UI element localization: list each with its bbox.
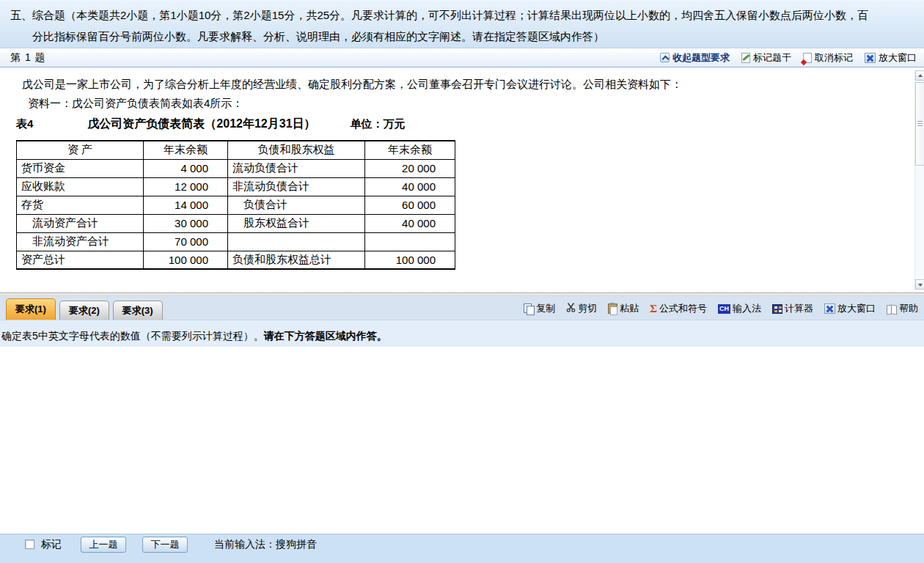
header-balance-1: 年末余额	[144, 141, 228, 159]
formula-symbols-label: 公式和符号	[659, 302, 707, 315]
cell-asset-value: 70 000	[144, 232, 228, 251]
header-assets: 资 产	[17, 141, 144, 159]
collapse-requirements-label: 收起题型要求	[672, 51, 730, 65]
question-bar: 第 1 题 收起题型要求 标记题干 取消标记 放大窗口	[0, 48, 924, 67]
zoom-window-icon	[865, 53, 876, 63]
pencil-icon	[741, 53, 750, 63]
scroll-up-button[interactable]	[915, 70, 924, 81]
paste-button[interactable]: 粘贴	[608, 302, 639, 315]
table-row: 非流动资产合计 70 000	[17, 232, 455, 251]
requirement-text-strip: 确定表5中英文字母代表的数值（不需要列示计算过程）。请在下方答题区域内作答。	[0, 320, 924, 347]
zoom-window-icon	[824, 303, 835, 314]
table-row: 货币资金 4 000 流动负债合计 20 000	[17, 159, 455, 177]
mark-stem-button[interactable]: 标记题干	[741, 51, 791, 65]
question-paragraph-1: 戊公司是一家上市公司，为了综合分析上年度的经营业绩、确定股利分配方案，公司董事会…	[6, 75, 906, 94]
help-label: 帮助	[899, 302, 918, 315]
question-number: 第 1 题	[10, 51, 46, 65]
requirement-text: 确定表5中英文字母代表的数值（不需要列示计算过程）。	[1, 330, 264, 342]
tab-requirement-2[interactable]: 要求(2)	[59, 301, 109, 320]
table-header-row: 资 产 年末余额 负债和股东权益 年末余额	[17, 141, 455, 159]
ch-input-icon: CH	[718, 304, 730, 314]
zoom-window-label: 放大窗口	[837, 302, 876, 315]
cut-button[interactable]: 剪切	[566, 302, 597, 315]
chevron-up-icon	[660, 53, 670, 62]
cancel-mark-icon	[803, 53, 812, 63]
paste-label: 粘贴	[620, 302, 639, 315]
edit-toolbar: 复制 剪切 粘贴 Σ 公式和符号 CH 输入法 计算器	[524, 302, 918, 320]
input-method-button[interactable]: CH 输入法	[718, 302, 761, 315]
cell-liability-name: 非流动负债合计	[228, 177, 365, 196]
zoom-window-button[interactable]: 放大窗口	[824, 302, 876, 315]
footer-bar: 标记 上一题 下一题 当前输入法：搜狗拼音	[0, 534, 924, 563]
cell-liability-name: 负债和股东权益总计	[228, 251, 365, 269]
cell-liability-value	[365, 232, 455, 251]
cell-asset-value: 100 000	[144, 251, 228, 269]
instructions-line2: 分比指标保留百分号前两位小数。凡要求解释、分析、说明理由，必须有相应的文字阐述。…	[10, 30, 920, 44]
cell-asset-value: 4 000	[144, 159, 228, 177]
calculator-button[interactable]: 计算器	[772, 302, 813, 315]
tab-requirement-3[interactable]: 要求(3)	[113, 301, 163, 320]
mark-stem-label: 标记题干	[753, 51, 791, 65]
help-button[interactable]: 帮助	[887, 302, 918, 315]
content-scrollbar[interactable]	[914, 70, 924, 290]
table-row: 存货 14 000 负债合计 60 000	[17, 196, 455, 214]
table-caption-unit: 单位：万元	[351, 117, 406, 131]
cell-asset-name: 流动资产合计	[17, 214, 144, 232]
instructions-line1: 五、综合题（本类题共2小题，第1小题10分，第2小题15分，共25分。凡要求计算…	[10, 9, 920, 23]
cell-liability-name: 流动负债合计	[228, 159, 365, 177]
cut-label: 剪切	[578, 302, 597, 315]
cell-liability-value: 100 000	[365, 251, 455, 269]
requirement-tabs: 要求(1) 要求(2) 要求(3)	[6, 298, 163, 320]
table-caption-title: 戊公司资产负债表简表（2012年12月31日）	[87, 117, 315, 132]
scissors-icon	[566, 303, 576, 314]
copy-button[interactable]: 复制	[524, 302, 555, 315]
table-caption: 表4 戊公司资产负债表简表（2012年12月31日） 单位：万元	[16, 117, 906, 132]
requirement-bold-text: 请在下方答题区域内作答。	[264, 330, 387, 342]
question-content: 戊公司是一家上市公司，为了综合分析上年度的经营业绩、确定股利分配方案，公司董事会…	[0, 67, 924, 292]
cell-liability-value: 20 000	[365, 159, 455, 177]
cell-liability-value: 40 000	[365, 214, 455, 232]
copy-icon	[524, 303, 534, 314]
cell-liability-name	[228, 232, 365, 251]
ime-status-text: 当前输入法：搜狗拼音	[214, 538, 317, 551]
header-liabilities-equity: 负债和股东权益	[228, 141, 365, 159]
cell-asset-name: 资产总计	[17, 251, 144, 269]
cell-asset-value: 14 000	[144, 196, 228, 214]
cell-liability-value: 60 000	[365, 196, 455, 214]
scroll-down-button[interactable]	[915, 279, 924, 290]
copy-label: 复制	[536, 302, 555, 315]
cell-asset-name: 货币资金	[17, 159, 144, 177]
table-row: 流动资产合计 30 000 股东权益合计 40 000	[17, 214, 455, 232]
zoom-window-button[interactable]: 放大窗口	[865, 51, 917, 65]
tab-requirement-1[interactable]: 要求(1)	[6, 298, 56, 320]
collapse-requirements-button[interactable]: 收起题型要求	[660, 51, 730, 65]
exam-window: 五、综合题（本类题共2小题，第1小题10分，第2小题15分，共25分。凡要求计算…	[0, 0, 924, 563]
cell-liability-value: 40 000	[365, 177, 455, 196]
answer-area[interactable]	[0, 347, 924, 534]
calculator-icon	[772, 304, 782, 314]
balance-sheet-table: 资 产 年末余额 负债和股东权益 年末余额 货币资金 4 000 流动负债合计 …	[16, 140, 455, 270]
calculator-label: 计算器	[785, 302, 813, 315]
next-question-button[interactable]: 下一题	[142, 537, 188, 553]
cell-asset-name: 非流动资产合计	[17, 232, 144, 251]
cell-asset-name: 存货	[17, 196, 144, 214]
table-row: 资产总计 100 000 负债和股东权益总计 100 000	[17, 251, 455, 269]
cancel-mark-button[interactable]: 取消标记	[803, 51, 853, 65]
question-paragraph-2: 资料一：戊公司资产负债表简表如表4所示：	[6, 94, 906, 113]
formula-symbols-button[interactable]: Σ 公式和符号	[650, 302, 707, 315]
table-caption-label: 表4	[16, 117, 33, 131]
question-bar-actions: 收起题型要求 标记题干 取消标记 放大窗口	[660, 51, 917, 65]
previous-question-button[interactable]: 上一题	[81, 537, 126, 553]
scrollbar-thumb[interactable]	[915, 82, 924, 166]
sigma-icon: Σ	[650, 303, 657, 314]
cell-asset-value: 12 000	[144, 177, 228, 196]
clipboard-icon	[608, 303, 617, 314]
cell-asset-value: 30 000	[144, 214, 228, 232]
input-method-label: 输入法	[733, 302, 761, 315]
cancel-mark-label: 取消标记	[815, 51, 853, 65]
mark-checkbox[interactable]	[25, 540, 34, 549]
table-row: 应收账款 12 000 非流动负债合计 40 000	[17, 177, 455, 196]
zoom-window-label: 放大窗口	[879, 51, 917, 65]
cell-liability-name: 负债合计	[228, 196, 365, 214]
cell-asset-name: 应收账款	[17, 177, 144, 196]
